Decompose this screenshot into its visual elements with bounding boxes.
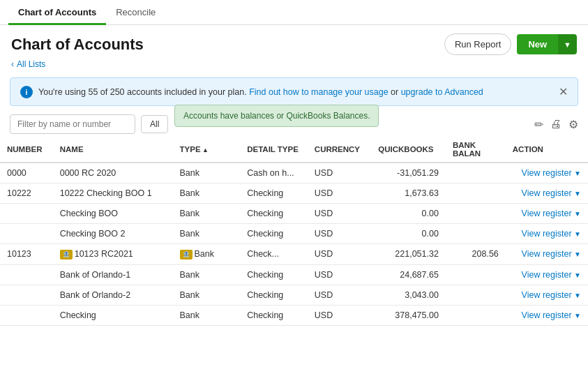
view-register-link-2[interactable]: View register xyxy=(522,209,572,218)
toolbar-icons: ✏ 🖨 ⚙ xyxy=(534,118,578,131)
cell-currency-0: USD xyxy=(308,163,371,183)
header-area: Chart of Accounts Run Report New ▼ xyxy=(0,25,588,58)
table-body: 0000 0000 RC 2020 Bank Cash on h... USD … xyxy=(0,163,588,325)
cell-detail-2: Checking xyxy=(240,204,308,224)
cell-currency-1: USD xyxy=(308,183,371,204)
cell-detail-3: Checking xyxy=(240,224,308,244)
cell-quickbooks-2: 0.00 xyxy=(371,204,446,224)
close-banner-button[interactable]: ✕ xyxy=(559,85,568,98)
table-row: 0000 0000 RC 2020 Bank Cash on h... USD … xyxy=(0,163,588,183)
cell-quickbooks-3: 0.00 xyxy=(371,224,446,244)
cell-name-6: Bank of Orlando-2 xyxy=(53,285,173,305)
col-header-type[interactable]: TYPE xyxy=(173,137,241,163)
cell-action-1: View register ▼ xyxy=(506,183,588,204)
cell-quickbooks-5: 24,687.65 xyxy=(371,264,446,285)
col-header-bank: BANK BALAN xyxy=(446,137,506,163)
filter-input[interactable] xyxy=(10,114,135,134)
view-register-link-6[interactable]: View register xyxy=(522,290,572,300)
tooltip-box: Accounts have balances or QuickBooks Bal… xyxy=(174,105,379,127)
action-dropdown-0[interactable]: ▼ xyxy=(574,170,581,177)
edit-icon[interactable]: ✏ xyxy=(534,118,543,131)
cell-action-0: View register ▼ xyxy=(506,163,588,183)
cell-type-4: 🏦Bank xyxy=(173,244,241,265)
tabs-bar: Chart of Accounts Reconcile xyxy=(0,0,588,25)
tab-reconcile[interactable]: Reconcile xyxy=(106,0,165,25)
cell-detail-1: Checking xyxy=(240,183,308,204)
cell-name-0: 0000 RC 2020 xyxy=(53,163,173,183)
table-row: Checking BOO 2 Bank Checking USD 0.00 Vi… xyxy=(0,224,588,244)
tab-chart-of-accounts[interactable]: Chart of Accounts xyxy=(8,0,106,25)
table-container: NUMBER NAME TYPE DETAIL TYPE CURRENCY QU… xyxy=(0,137,588,326)
view-register-link-1[interactable]: View register xyxy=(522,188,572,198)
cell-name-3: Checking BOO 2 xyxy=(53,224,173,244)
action-dropdown-3[interactable]: ▼ xyxy=(574,230,581,238)
run-report-button[interactable]: Run Report xyxy=(444,33,511,55)
cell-type-5: Bank xyxy=(173,264,241,285)
banner-message: You're using 55 of 250 accounts included… xyxy=(38,87,483,97)
view-register-link-5[interactable]: View register xyxy=(522,270,572,280)
cell-bank-6 xyxy=(446,285,506,305)
settings-icon[interactable]: ⚙ xyxy=(568,118,578,131)
cell-currency-6: USD xyxy=(308,285,371,305)
cell-quickbooks-1: 1,673.63 xyxy=(371,183,446,204)
cell-bank-5 xyxy=(446,264,506,285)
view-register-link-3[interactable]: View register xyxy=(522,229,572,239)
cell-type-2: Bank xyxy=(173,204,241,224)
table-row: Bank of Orlando-1 Bank Checking USD 24,6… xyxy=(0,264,588,285)
cell-currency-4: USD xyxy=(308,244,371,265)
action-dropdown-7[interactable]: ▼ xyxy=(574,312,581,319)
new-dropdown-button[interactable]: ▼ xyxy=(558,34,577,54)
col-header-name: NAME xyxy=(53,137,173,163)
header-buttons: Run Report New ▼ xyxy=(444,33,577,55)
cell-name-7: Checking xyxy=(53,305,173,325)
cell-type-7: Bank xyxy=(173,305,241,325)
cell-number-3 xyxy=(0,224,53,244)
cell-type-1: Bank xyxy=(173,183,241,204)
cell-type-0: Bank xyxy=(173,163,241,183)
all-tab-button[interactable]: All xyxy=(141,115,168,133)
cell-action-4: View register ▼ xyxy=(506,244,588,265)
action-dropdown-5[interactable]: ▼ xyxy=(574,271,581,279)
view-register-link-0[interactable]: View register xyxy=(522,168,572,178)
cell-number-5 xyxy=(0,264,53,285)
table-row: 10123 🏦10123 RC2021 🏦Bank Check... USD 2… xyxy=(0,244,588,265)
cell-quickbooks-4: 221,051.32 xyxy=(371,244,446,265)
cell-quickbooks-7: 378,475.00 xyxy=(371,305,446,325)
cell-number-7 xyxy=(0,305,53,325)
view-register-link-7[interactable]: View register xyxy=(522,310,572,320)
cell-currency-7: USD xyxy=(308,305,371,325)
page-title-area: Chart of Accounts xyxy=(11,36,144,54)
back-arrow-icon: ‹ xyxy=(11,59,14,69)
cell-bank-4: 208.56 xyxy=(446,244,506,265)
col-header-detail: DETAIL TYPE xyxy=(240,137,308,163)
cell-detail-7: Checking xyxy=(240,305,308,325)
cell-detail-4: Check... xyxy=(240,244,308,265)
view-register-link-4[interactable]: View register xyxy=(522,249,572,259)
cell-bank-2 xyxy=(446,204,506,224)
upgrade-link[interactable]: upgrade to Advanced xyxy=(401,87,483,97)
cell-quickbooks-0: -31,051.29 xyxy=(371,163,446,183)
print-icon[interactable]: 🖨 xyxy=(550,118,561,130)
page-title: Chart of Accounts xyxy=(11,36,144,54)
cell-bank-3 xyxy=(446,224,506,244)
col-header-quickbooks: QUICKBOOKS xyxy=(371,137,446,163)
table-row: Checking Bank Checking USD 378,475.00 Vi… xyxy=(0,305,588,325)
action-dropdown-2[interactable]: ▼ xyxy=(574,210,581,218)
cell-number-2 xyxy=(0,204,53,224)
toolbar-row: All Accounts have balances or QuickBooks… xyxy=(0,112,588,137)
cell-number-4: 10123 xyxy=(0,244,53,265)
all-lists-link[interactable]: ‹ All Lists xyxy=(0,58,588,75)
action-dropdown-4[interactable]: ▼ xyxy=(574,250,581,258)
action-dropdown-6[interactable]: ▼ xyxy=(574,292,581,299)
cell-quickbooks-6: 3,043.00 xyxy=(371,285,446,305)
all-lists-label: All Lists xyxy=(17,59,45,69)
cell-detail-0: Cash on h... xyxy=(240,163,308,183)
cell-bank-0 xyxy=(446,163,506,183)
action-dropdown-1[interactable]: ▼ xyxy=(574,190,581,197)
cell-detail-6: Checking xyxy=(240,285,308,305)
manage-usage-link[interactable]: Find out how to manage your usage xyxy=(249,87,388,97)
info-icon: i xyxy=(20,86,33,98)
col-header-number: NUMBER xyxy=(0,137,53,163)
new-button[interactable]: New xyxy=(517,34,558,54)
info-banner: i You're using 55 of 250 accounts includ… xyxy=(10,77,578,106)
